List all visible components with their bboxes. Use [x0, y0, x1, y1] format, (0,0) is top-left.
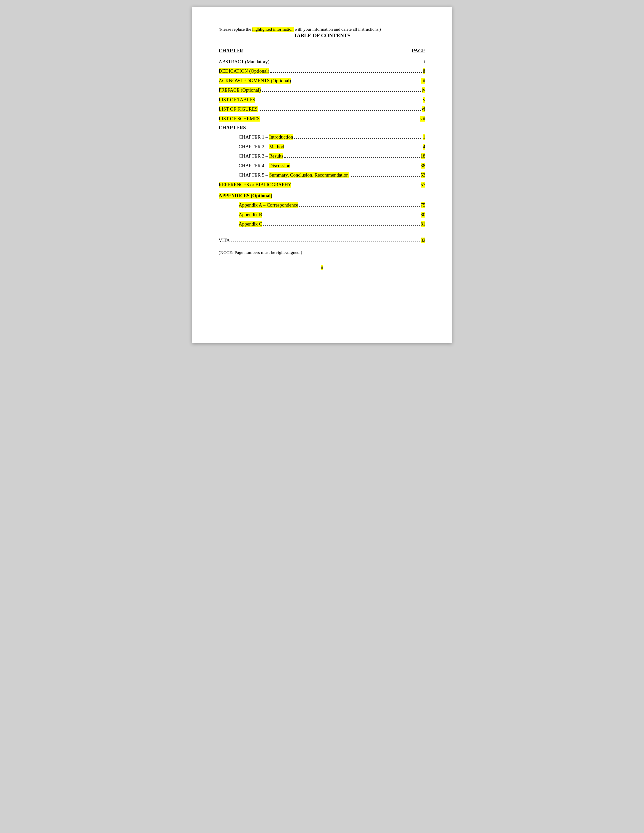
abstract-page: i — [424, 59, 425, 64]
chapter-column-header: CHAPTER — [219, 48, 243, 54]
list-of-tables-filler — [256, 96, 422, 101]
vita-label: VITA — [219, 238, 230, 243]
toc-entry-dedication: DEDICATION (Optional) ii — [219, 68, 425, 74]
list-of-schemes-page: vii — [420, 116, 425, 122]
chapters-section-header: CHAPTERS — [219, 125, 425, 130]
list-of-schemes-filler — [261, 115, 419, 120]
chapter4-filler — [291, 162, 419, 167]
toc-entry-vita: VITA 82 — [219, 237, 425, 243]
chapter3-page: 18 — [421, 153, 426, 159]
acknowledgments-filler — [292, 77, 420, 82]
note-line: (NOTE: Page numbers must be right-aligne… — [219, 250, 425, 255]
toc-header: CHAPTER PAGE — [219, 48, 425, 54]
document-page: (Please replace the highlighted informat… — [192, 6, 452, 343]
toc-entry-chapter4: CHAPTER 4 – Discussion 38 — [219, 162, 425, 169]
toc-entry-appendix-b: Appendix B 80 — [219, 211, 425, 217]
list-of-figures-filler — [259, 106, 421, 111]
preface-page: iv — [422, 87, 425, 93]
references-page: 57 — [421, 182, 426, 188]
instruction-highlight: highlighted information — [252, 27, 294, 32]
list-of-schemes-label: LIST OF SCHEMES — [219, 116, 260, 122]
footer-page-number: ii — [219, 265, 425, 270]
instruction-line: (Please replace the highlighted informat… — [219, 27, 425, 32]
chapter3-label: CHAPTER 3 – Results — [239, 153, 283, 159]
chapters-entries: CHAPTER 1 – Introduction 1 CHAPTER 2 – M… — [219, 134, 425, 178]
toc-entry-chapter2: CHAPTER 2 – Method 4 — [219, 143, 425, 150]
appendix-a-page: 75 — [421, 202, 426, 208]
references-filler — [292, 181, 419, 186]
abstract-filler — [270, 58, 423, 63]
toc-entry-list-of-figures: LIST OF FIGURES vi — [219, 106, 425, 112]
appendix-a-label: Appendix A – Correspondence — [239, 202, 298, 208]
toc-entry-appendix-a: Appendix A – Correspondence 75 — [219, 202, 425, 208]
appendix-c-label: Appendix C — [239, 221, 262, 227]
toc-entry-chapter5: CHAPTER 5 – Summary, Conclusion, Recomme… — [219, 172, 425, 178]
chapter1-filler — [294, 134, 422, 139]
toc-entry-chapter3: CHAPTER 3 – Results 18 — [219, 153, 425, 159]
toc-entry-abstract: ABSTRACT (Mandatory) i — [219, 58, 425, 64]
preface-filler — [262, 87, 421, 92]
dedication-page: ii — [423, 68, 425, 74]
abstract-label: ABSTRACT (Mandatory) — [219, 59, 269, 64]
chapter4-label: CHAPTER 4 – Discussion — [239, 163, 290, 169]
vita-section: VITA 82 — [219, 237, 425, 243]
toc-entry-references: REFERENCES or BIBLIOGRAPHY 57 — [219, 181, 425, 188]
appendices-entries: Appendix A – Correspondence 75 Appendix … — [219, 202, 425, 227]
toc-entry-chapter1: CHAPTER 1 – Introduction 1 — [219, 134, 425, 140]
dedication-label: DEDICATION (Optional) — [219, 68, 269, 74]
appendix-b-page: 80 — [421, 212, 426, 217]
toc-entry-list-of-schemes: LIST OF SCHEMES vii — [219, 115, 425, 122]
chapter1-label: CHAPTER 1 – Introduction — [239, 134, 293, 140]
page-column-header: PAGE — [412, 48, 425, 54]
dedication-filler — [270, 68, 422, 73]
toc-entry-appendix-c: Appendix C 81 — [219, 221, 425, 227]
chapter5-page: 53 — [421, 172, 426, 178]
toc-entries: ABSTRACT (Mandatory) i DEDICATION (Optio… — [219, 58, 425, 122]
list-of-figures-label: LIST OF FIGURES — [219, 106, 258, 112]
appendix-b-filler — [263, 211, 419, 216]
toc-entry-preface: PREFACE (Optional) iv — [219, 87, 425, 93]
appendix-a-filler — [299, 202, 419, 207]
chapter4-page: 38 — [421, 163, 426, 169]
toc-entry-acknowledgments: ACKNOWLEDGMENTS (Optional) iii — [219, 77, 425, 84]
list-of-figures-page: vi — [422, 106, 425, 112]
references-label: REFERENCES or BIBLIOGRAPHY — [219, 182, 291, 188]
chapter2-filler — [285, 143, 422, 148]
instruction-text-after: with your information and delete all ins… — [294, 27, 381, 32]
appendix-b-label: Appendix B — [239, 212, 262, 217]
toc-entry-list-of-tables: LIST OF TABLES v — [219, 96, 425, 103]
vita-filler — [231, 237, 419, 242]
chapter2-label: CHAPTER 2 – Method — [239, 144, 284, 150]
list-of-tables-label: LIST OF TABLES — [219, 97, 255, 103]
preface-label: PREFACE (Optional) — [219, 87, 261, 93]
chapter1-page: 1 — [423, 134, 425, 140]
acknowledgments-page: iii — [421, 78, 425, 84]
list-of-tables-page: v — [423, 97, 425, 103]
footer-page-value: ii — [321, 265, 323, 270]
acknowledgments-label: ACKNOWLEDGMENTS (Optional) — [219, 78, 291, 84]
appendix-c-filler — [263, 221, 419, 226]
chapter3-filler — [284, 153, 419, 158]
appendix-c-page: 81 — [421, 221, 426, 227]
chapter2-page: 4 — [423, 144, 425, 150]
instruction-text-before: (Please replace the — [219, 27, 252, 32]
vita-page: 82 — [421, 238, 426, 243]
chapter5-filler — [350, 172, 420, 177]
appendices-header: APPENDICES (Optional) — [219, 193, 272, 199]
page-title: TABLE OF CONTENTS — [219, 33, 425, 39]
chapter5-label: CHAPTER 5 – Summary, Conclusion, Recomme… — [239, 172, 349, 178]
